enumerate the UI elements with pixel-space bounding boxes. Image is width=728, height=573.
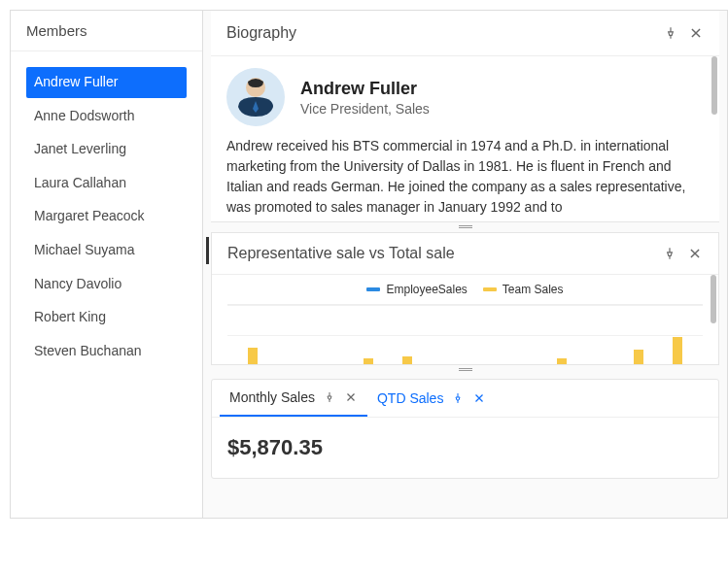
close-icon[interactable] xyxy=(687,246,703,261)
scrollbar-thumb[interactable] xyxy=(711,56,717,115)
bar-group xyxy=(349,304,388,364)
legend-team-sales[interactable]: Team Sales xyxy=(483,283,564,296)
bar-group xyxy=(388,304,427,364)
chart-title: Representative sale vs Total sale xyxy=(227,245,455,262)
tab-qtd-sales[interactable]: QTD Sales xyxy=(367,381,496,416)
pin-icon[interactable] xyxy=(451,391,465,405)
bar-group xyxy=(542,304,581,364)
pin-icon[interactable] xyxy=(323,390,336,404)
main-content: Biography xyxy=(203,11,727,518)
chart-bar[interactable] xyxy=(402,356,412,364)
monthly-sales-value: $5,870.35 xyxy=(227,435,703,460)
close-icon[interactable] xyxy=(472,391,486,405)
chart-body: EmployeeSales Team Sales xyxy=(212,275,718,364)
sidebar-item-steven-buchanan[interactable]: Steven Buchanan xyxy=(26,336,187,367)
biography-header: Biography xyxy=(211,11,719,56)
biography-text: Andrew received his BTS commercial in 19… xyxy=(226,136,704,218)
sales-tabs-panel: Monthly Sales QTD Sales xyxy=(211,379,719,479)
legend-label: EmployeeSales xyxy=(386,283,467,296)
bar-group xyxy=(620,304,659,364)
chart-bar[interactable] xyxy=(634,350,643,365)
legend-label: Team Sales xyxy=(503,283,564,296)
bar-group xyxy=(466,304,504,364)
sidebar-item-margaret-peacock[interactable]: Margaret Peacock xyxy=(26,201,187,232)
bar-group xyxy=(503,304,542,364)
chart-header: Representative sale vs Total sale xyxy=(212,233,718,275)
splitter[interactable] xyxy=(203,365,727,373)
chart-bar[interactable] xyxy=(364,358,373,364)
sidebar-item-janet-leverling[interactable]: Janet Leverling xyxy=(26,134,187,165)
close-icon[interactable] xyxy=(344,390,358,404)
sidebar-item-andrew-fuller[interactable]: Andrew Fuller xyxy=(26,67,187,98)
bar-group xyxy=(581,304,620,364)
bar-group xyxy=(311,304,350,364)
biography-header-info: Andrew Fuller Vice President, Sales xyxy=(226,68,704,126)
splitter-handle-icon xyxy=(459,225,472,228)
chart-bar[interactable] xyxy=(673,337,682,364)
bar-group xyxy=(272,304,311,364)
sidebar-item-michael-suyama[interactable]: Michael Suyama xyxy=(26,235,187,266)
legend-employee-sales[interactable]: EmployeeSales xyxy=(366,283,467,296)
bar-group xyxy=(658,304,697,364)
sidebar-item-nancy-davolio[interactable]: Nancy Davolio xyxy=(26,269,187,300)
person-name: Andrew Fuller xyxy=(300,79,430,99)
bar-group xyxy=(427,304,466,364)
chart-plot-area xyxy=(227,304,703,364)
sidebar-item-robert-king[interactable]: Robert King xyxy=(26,302,187,333)
biography-controls xyxy=(663,25,704,41)
panel-active-indicator xyxy=(206,237,209,264)
splitter[interactable] xyxy=(203,222,727,230)
sidebar-item-laura-callahan[interactable]: Laura Callahan xyxy=(26,168,187,199)
biography-title: Biography xyxy=(226,24,296,42)
tab-label: QTD Sales xyxy=(377,390,443,406)
tabs-body: $5,870.35 xyxy=(212,418,718,478)
avatar xyxy=(226,68,285,126)
chart-bar[interactable] xyxy=(557,358,567,364)
members-list: Andrew Fuller Anne Dodsworth Janet Lever… xyxy=(11,51,202,385)
chart-legend: EmployeeSales Team Sales xyxy=(227,283,703,296)
tab-label: Monthly Sales xyxy=(229,389,315,405)
person-role: Vice President, Sales xyxy=(300,101,430,117)
scrollbar-thumb[interactable] xyxy=(711,275,716,323)
app-container: Members Andrew Fuller Anne Dodsworth Jan… xyxy=(10,10,728,519)
sidebar-title: Members xyxy=(11,11,202,51)
legend-swatch-icon xyxy=(366,287,380,291)
chart-bars xyxy=(227,304,703,364)
pin-icon[interactable] xyxy=(662,246,677,261)
pin-icon[interactable] xyxy=(663,25,678,41)
biography-info: Andrew Fuller Vice President, Sales xyxy=(300,79,430,117)
biography-panel: Biography xyxy=(211,11,719,222)
legend-swatch-icon xyxy=(483,287,497,291)
tabs-header: Monthly Sales QTD Sales xyxy=(212,380,718,418)
tab-monthly-sales[interactable]: Monthly Sales xyxy=(220,380,367,417)
close-icon[interactable] xyxy=(688,25,704,41)
sidebar-item-anne-dodsworth[interactable]: Anne Dodsworth xyxy=(26,101,187,132)
bar-group xyxy=(233,304,272,364)
biography-body: Andrew Fuller Vice President, Sales Andr… xyxy=(211,56,719,221)
chart-controls xyxy=(662,246,703,261)
members-sidebar: Members Andrew Fuller Anne Dodsworth Jan… xyxy=(11,11,203,518)
splitter-handle-icon xyxy=(459,368,472,371)
sales-chart-panel: Representative sale vs Total sale xyxy=(211,232,719,365)
chart-bar[interactable] xyxy=(248,348,258,364)
